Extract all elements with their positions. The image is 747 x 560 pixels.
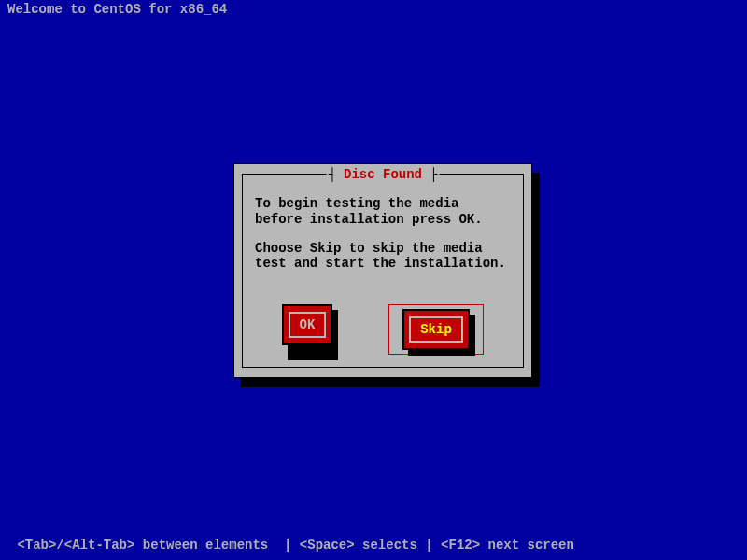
welcome-header: Welcome to CentOS for x86_64 bbox=[7, 2, 227, 17]
ok-button[interactable]: OK bbox=[282, 304, 332, 345]
skip-button[interactable]: Skip bbox=[402, 309, 470, 350]
installer-screen: Welcome to CentOS for x86_64 ┤ Disc Foun… bbox=[0, 0, 747, 560]
dialog-text-2: Choose Skip to skip the media test and s… bbox=[255, 241, 511, 273]
title-bracket-right: ├ bbox=[430, 167, 437, 182]
footer-hints: <Tab>/<Alt-Tab> between elements | <Spac… bbox=[9, 538, 582, 553]
skip-button-label: Skip bbox=[409, 316, 463, 343]
skip-button-group: Skip bbox=[402, 309, 470, 350]
dialog-body: To begin testing the media before instal… bbox=[255, 196, 511, 272]
title-bracket-left: ┤ bbox=[329, 167, 336, 182]
button-row: OK Skip bbox=[234, 304, 531, 355]
dialog-text-1: To begin testing the media before instal… bbox=[255, 196, 511, 228]
dialog-title-wrap: ┤ Disc Found ├ bbox=[327, 167, 440, 182]
disc-found-dialog: ┤ Disc Found ├ To begin testing the medi… bbox=[233, 163, 532, 378]
ok-button-group: OK bbox=[282, 304, 332, 355]
dialog-title: Disc Found bbox=[340, 167, 426, 182]
skip-button-focus-ring: Skip bbox=[388, 304, 484, 355]
ok-button-label: OK bbox=[289, 312, 327, 338]
